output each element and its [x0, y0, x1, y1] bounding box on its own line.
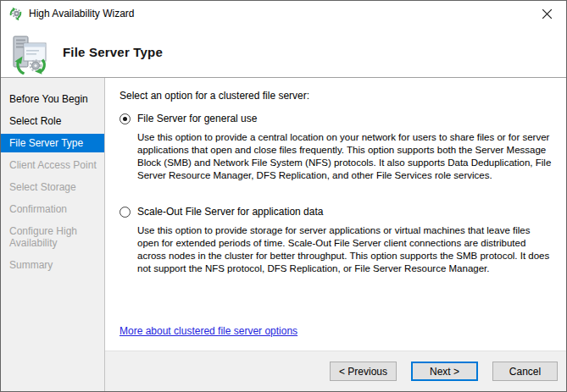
steps-sidebar: Before You Begin Select Role File Server… [1, 78, 105, 391]
sidebar-item-file-server-type[interactable]: File Server Type [1, 134, 104, 152]
radio-row[interactable]: Scale-Out File Server for application da… [120, 206, 554, 218]
window-title: High Availability Wizard [29, 8, 135, 19]
sidebar-item-select-storage: Select Storage [1, 176, 104, 198]
option-label[interactable]: Scale-Out File Server for application da… [137, 206, 323, 218]
option-scale-out-file-server: Scale-Out File Server for application da… [120, 206, 554, 275]
sidebar-item-confirmation: Confirmation [1, 198, 104, 220]
title-bar[interactable]: High Availability Wizard [1, 1, 566, 26]
file-server-icon [11, 36, 48, 75]
next-button[interactable]: Next > [411, 362, 478, 381]
option-label[interactable]: File Server for general use [137, 113, 257, 124]
cancel-button[interactable]: Cancel [492, 362, 558, 381]
option-description: Use this option to provide storage for s… [137, 224, 554, 275]
page-title: File Server Type [63, 45, 163, 59]
page-content: Select an option for a clustered file se… [105, 78, 566, 351]
previous-button[interactable]: < Previous [330, 362, 397, 381]
radio-row[interactable]: File Server for general use [120, 113, 554, 124]
high-availability-wizard-window: High Availability Wizard [0, 0, 567, 392]
radio-button-selected-icon[interactable] [120, 113, 131, 124]
sidebar-item-summary: Summary [1, 254, 104, 276]
sidebar-item-select-role[interactable]: Select Role [1, 110, 104, 132]
option-file-server-general-use: File Server for general use Use this opt… [120, 113, 554, 182]
more-about-link[interactable]: More about clustered file server options [120, 325, 297, 337]
option-description: Use this option to provide a central loc… [137, 131, 554, 182]
wizard-body: Before You Begin Select Role File Server… [1, 78, 566, 391]
sidebar-item-configure-high-availability: Configure High Availability [1, 220, 104, 254]
main-pane: Select an option for a clustered file se… [105, 78, 566, 391]
close-button[interactable] [527, 1, 566, 26]
intro-text: Select an option for a clustered file se… [120, 90, 554, 102]
wizard-header: File Server Type [1, 26, 566, 78]
sidebar-item-client-access-point: Client Access Point [1, 154, 104, 176]
radio-button-unselected-icon[interactable] [120, 207, 131, 218]
command-bar: < Previous Next > Cancel [105, 351, 566, 391]
close-icon [542, 9, 552, 19]
app-icon [8, 7, 23, 21]
sidebar-item-before-you-begin[interactable]: Before You Begin [1, 88, 104, 110]
